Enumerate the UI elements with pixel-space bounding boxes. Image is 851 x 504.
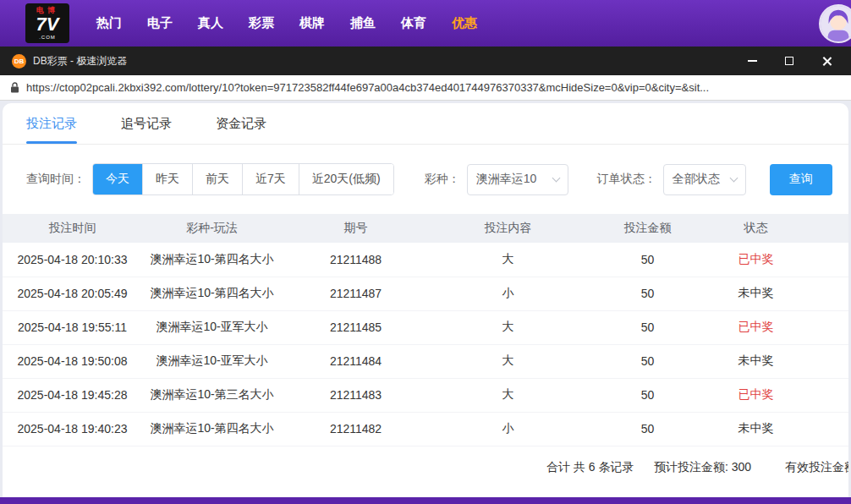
cell-content: 大 [430,310,586,344]
cell-game: 澳洲幸运10-亚军大小 [142,344,282,378]
col-header-issue: 期号 [282,214,430,243]
table-row: 2025-04-18 20:10:33 澳洲幸运10-第四名大小 2121148… [3,243,848,277]
order-status-value: 全部状态 [673,172,720,187]
col-header-bet-time: 投注时间 [3,214,142,243]
chevron-down-icon [729,173,738,182]
cell-game: 澳洲幸运10-第三名大小 [142,378,282,412]
nav-item-lottery[interactable]: 彩票 [249,15,274,31]
bottom-purple-strip [0,497,851,504]
avatar-image [821,6,851,41]
tab-chase-records[interactable]: 追号记录 [121,103,172,144]
cell-status: 未中奖 [709,277,848,310]
time-filter-yesterday[interactable]: 昨天 [142,164,192,194]
col-header-game: 彩种-玩法 [142,214,282,243]
cell-issue: 21211482 [282,412,430,446]
cell-game: 澳洲幸运10-第四名大小 [142,412,282,446]
cell-bet-time: 2025-04-18 20:05:49 [3,277,142,310]
cell-status: 未中奖 [709,344,848,378]
cell-issue: 21211483 [282,378,430,412]
bet-records-table: 投注时间 彩种-玩法 期号 投注内容 投注金额 状态 2025-04-18 20… [3,214,848,446]
maximize-button[interactable] [783,55,795,67]
nav-item-promo[interactable]: 优惠 [452,15,477,31]
lottery-select-label: 彩种： [425,172,460,187]
cell-bet-time: 2025-04-18 19:40:23 [3,412,142,446]
site-header: 电博 7V .COM 热门 电子 真人 彩票 棋牌 捕鱼 体育 优惠 [0,0,851,47]
minimize-icon [748,60,757,62]
lottery-select-value: 澳洲幸运10 [476,172,537,187]
tab-fund-records[interactable]: 资金记录 [216,103,266,144]
lottery-select[interactable]: 澳洲幸运10 [467,164,568,195]
table-row: 2025-04-18 19:40:23 澳洲幸运10-第四名大小 2121148… [3,412,848,446]
cell-game: 澳洲幸运10-亚军大小 [142,310,282,344]
cell-game: 澳洲幸运10-第四名大小 [142,277,282,310]
cell-status: 已中奖 [709,310,848,344]
window-controls [746,55,839,67]
col-header-status: 状态 [709,214,848,243]
time-filter-today[interactable]: 今天 [93,164,142,194]
window-title: DB彩票 - 极速浏览器 [33,54,127,68]
cell-content: 大 [430,243,586,277]
logo-text-sub: .COM [39,35,56,40]
time-filter-day-before[interactable]: 前天 [192,164,242,194]
filter-bar: 查询时间： 今天 昨天 前天 近7天 近20天(低频) 彩种： 澳洲幸运10 订… [3,145,848,214]
table-header-row: 投注时间 彩种-玩法 期号 投注内容 投注金额 状态 [3,214,848,243]
content-card: 投注记录 追号记录 资金记录 查询时间： 今天 昨天 前天 近7天 近20天(低… [3,103,848,497]
cell-content: 小 [430,412,586,446]
cell-amount: 50 [586,344,709,378]
nav-item-slots[interactable]: 电子 [147,15,173,31]
nav-item-live[interactable]: 真人 [198,15,223,31]
chevron-down-icon [552,173,560,182]
summary-total-records: 合计 共 6 条记录 [546,460,634,475]
close-button[interactable] [821,55,832,67]
cell-issue: 21211484 [282,344,430,378]
cell-issue: 21211485 [282,310,430,344]
cell-status: 已中奖 [709,378,848,412]
minimize-button[interactable] [746,55,758,67]
nav-item-sports[interactable]: 体育 [401,15,426,31]
nav-item-cards[interactable]: 棋牌 [299,15,325,31]
maximize-icon [785,57,793,65]
close-icon [822,57,832,66]
nav-item-hot[interactable]: 热门 [96,15,122,31]
app-icon: DB [12,54,26,68]
tab-bet-records[interactable]: 投注记录 [26,103,77,144]
site-logo[interactable]: 电博 7V .COM [25,3,69,43]
time-filter-group: 今天 昨天 前天 近7天 近20天(低频) [92,163,394,195]
user-avatar[interactable] [819,4,851,43]
url-text: https://ctop02pcali.2kbxi392.com/lottery… [26,81,841,94]
cell-amount: 50 [586,378,709,412]
time-filter-7days[interactable]: 近7天 [242,164,299,194]
logo-text-main: 7V [36,15,59,34]
cell-amount: 50 [586,310,709,344]
cell-amount: 50 [586,412,709,446]
table-row: 2025-04-18 19:50:08 澳洲幸运10-亚军大小 21211484… [3,344,848,378]
cell-content: 小 [430,277,586,310]
nav-item-fishing[interactable]: 捕鱼 [350,15,376,31]
address-bar[interactable]: https://ctop02pcali.2kbxi392.com/lottery… [0,75,851,101]
window-titlebar: DB DB彩票 - 极速浏览器 [0,47,851,75]
table-row: 2025-04-18 19:55:11 澳洲幸运10-亚军大小 21211485… [3,310,848,344]
cell-status: 已中奖 [709,243,848,277]
cell-issue: 21211487 [282,277,430,310]
order-status-select[interactable]: 全部状态 [663,164,746,195]
main-nav: 热门 电子 真人 彩票 棋牌 捕鱼 体育 优惠 [96,15,477,31]
page-background: 投注记录 追号记录 资金记录 查询时间： 今天 昨天 前天 近7天 近20天(低… [0,101,851,497]
time-filter-20days[interactable]: 近20天(低频) [299,164,393,194]
col-header-amount: 投注金额 [586,214,709,243]
cell-game: 澳洲幸运10-第四名大小 [142,243,282,277]
status-select-label: 订单状态： [597,172,656,187]
summary-valid-amount: 有效投注金额 [785,460,848,475]
table-row: 2025-04-18 19:45:28 澳洲幸运10-第三名大小 2121148… [3,378,848,412]
time-filter-label: 查询时间： [26,172,85,187]
col-header-content: 投注内容 [430,214,586,243]
cell-bet-time: 2025-04-18 19:45:28 [3,378,142,412]
summary-bar: 合计 共 6 条记录 预计投注金额: 300 有效投注金额 [3,452,848,484]
cell-amount: 50 [586,243,709,277]
cell-content: 大 [430,344,586,378]
table-row: 2025-04-18 20:05:49 澳洲幸运10-第四名大小 2121148… [3,277,848,310]
lock-icon [10,82,19,93]
summary-expected-amount: 预计投注金额: 300 [654,460,751,475]
cell-content: 大 [430,378,586,412]
cell-bet-time: 2025-04-18 19:55:11 [3,310,142,344]
search-button[interactable]: 查询 [770,164,832,195]
